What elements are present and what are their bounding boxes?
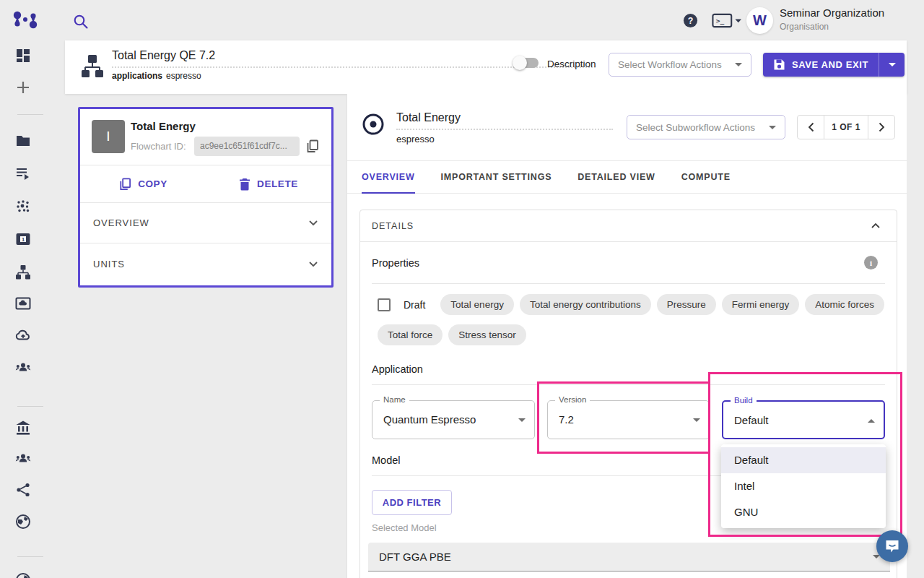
institution-bank-icon[interactable] bbox=[15, 420, 31, 436]
trash-icon bbox=[239, 178, 250, 191]
save-icon bbox=[773, 59, 785, 71]
pager-next-button[interactable] bbox=[868, 116, 894, 139]
unit-card-header: I Total Energy Flowchart ID: ac9ee1c651f… bbox=[80, 109, 331, 165]
properties-row: Properties i bbox=[360, 242, 897, 283]
folder-icon[interactable] bbox=[15, 133, 31, 149]
chevron-down-icon bbox=[693, 418, 700, 422]
tab-important-settings[interactable]: IMPORTANT SETTINGS bbox=[441, 161, 552, 193]
tab-label: IMPORTANT SETTINGS bbox=[441, 172, 552, 182]
version-field-value: 7.2 bbox=[559, 413, 574, 426]
tab-compute[interactable]: COMPUTE bbox=[681, 161, 731, 193]
tab-label: COMPUTE bbox=[681, 172, 731, 182]
cloud-upload-icon[interactable] bbox=[15, 327, 31, 343]
chevron-up-icon bbox=[868, 419, 875, 423]
workflow-title: Total Energy QE 7.2 bbox=[112, 49, 215, 62]
workflow-actions-select[interactable]: Select Workflow Actions bbox=[609, 53, 751, 77]
subworkflow-target-icon bbox=[362, 113, 385, 136]
property-chip[interactable]: Total force bbox=[378, 324, 443, 345]
sidebar: 1 bbox=[0, 40, 65, 578]
property-chip[interactable]: Total energy bbox=[440, 294, 514, 315]
workflow-flowchart-icon bbox=[81, 53, 104, 79]
accordion-overview[interactable]: OVERVIEW bbox=[80, 203, 331, 243]
unit-card: I Total Energy Flowchart ID: ac9ee1c651f… bbox=[78, 107, 334, 288]
properties-label: Properties bbox=[372, 257, 419, 269]
pager-prev-button[interactable] bbox=[798, 116, 824, 139]
svg-text:?: ? bbox=[688, 16, 694, 26]
property-chip[interactable]: Total energy contributions bbox=[520, 294, 651, 315]
chat-bubble-icon bbox=[884, 538, 900, 554]
flowchart-id-label: Flowchart ID: bbox=[131, 141, 186, 152]
materials-dots-icon[interactable] bbox=[15, 199, 31, 215]
web-globe-icon[interactable] bbox=[15, 514, 31, 530]
subworkflow-engine: espresso bbox=[396, 134, 435, 144]
accordion-overview-label: OVERVIEW bbox=[93, 217, 149, 228]
save-and-exit-button[interactable]: SAVE AND EXIT bbox=[763, 53, 879, 77]
info-icon[interactable]: i bbox=[864, 256, 878, 269]
team-group-icon[interactable] bbox=[15, 359, 31, 375]
description-label: Description bbox=[547, 59, 596, 69]
application-name-select[interactable]: Name Quantum Espresso bbox=[372, 400, 535, 439]
property-chip[interactable]: Atomic forces bbox=[805, 294, 884, 315]
build-option-intel[interactable]: Intel bbox=[721, 473, 886, 499]
divider bbox=[372, 384, 885, 385]
chevron-right-icon bbox=[879, 122, 885, 132]
add-filter-button[interactable]: ADD FILTER bbox=[372, 490, 452, 515]
workflows-flowchart-icon[interactable] bbox=[15, 264, 31, 280]
terminal-menu-icon[interactable]: >_ bbox=[712, 13, 742, 28]
accordion-units-label: UNITS bbox=[93, 259, 125, 269]
media-screen-icon[interactable] bbox=[15, 296, 31, 311]
chevron-down-icon bbox=[735, 63, 742, 66]
chat-button[interactable] bbox=[876, 530, 908, 562]
application-build-select[interactable]: Build Default bbox=[722, 400, 885, 439]
account-type: Organisation bbox=[780, 22, 884, 32]
app-logo-icon[interactable] bbox=[12, 9, 39, 31]
tab-bar: OVERVIEW IMPORTANT SETTINGS DETAILED VIE… bbox=[347, 160, 907, 194]
property-chip[interactable]: Pressure bbox=[657, 294, 716, 315]
chevron-down-icon bbox=[518, 418, 526, 422]
share-icon[interactable] bbox=[15, 482, 31, 498]
avatar[interactable]: W bbox=[746, 7, 773, 34]
chevron-down-icon bbox=[308, 261, 318, 267]
property-chip[interactable]: Fermi energy bbox=[722, 294, 800, 315]
flowchart-id-value: ac9ee1c651f61cdf7c... bbox=[194, 137, 300, 156]
globe-partial-icon[interactable] bbox=[15, 572, 31, 578]
dashboard-icon[interactable] bbox=[15, 48, 31, 64]
subworkflow-actions-value: Select Subworkflow Actions bbox=[636, 122, 755, 133]
org-group-icon[interactable] bbox=[15, 450, 31, 466]
draft-label: Draft bbox=[404, 299, 425, 311]
help-icon[interactable]: ? bbox=[683, 13, 698, 28]
jobs-list-icon[interactable] bbox=[15, 165, 31, 181]
unit-letter: I bbox=[106, 129, 110, 144]
unit-one-icon[interactable]: 1 bbox=[15, 231, 31, 247]
unit-title: Total Energy bbox=[131, 120, 196, 132]
description-toggle[interactable] bbox=[514, 58, 539, 68]
copy-id-icon[interactable] bbox=[305, 139, 319, 153]
tab-label: DETAILED VIEW bbox=[578, 172, 655, 182]
subworkflow-actions-select[interactable]: Select Subworkflow Actions bbox=[627, 115, 785, 139]
details-title: DETAILS bbox=[372, 221, 414, 231]
build-option-gnu[interactable]: GNU bbox=[721, 499, 886, 525]
property-chip[interactable]: Stress tensor bbox=[448, 324, 526, 345]
accordion-units[interactable]: UNITS bbox=[80, 243, 331, 284]
account-info[interactable]: Seminar Organization Organisation bbox=[780, 7, 884, 32]
add-icon[interactable] bbox=[15, 79, 31, 95]
application-section-label: Application bbox=[372, 363, 423, 375]
tab-detailed-view[interactable]: DETAILED VIEW bbox=[578, 161, 655, 193]
name-field-label: Name bbox=[380, 395, 409, 404]
avatar-initial: W bbox=[753, 12, 767, 29]
tab-overview[interactable]: OVERVIEW bbox=[362, 161, 415, 193]
application-version-select[interactable]: Version 7.2 bbox=[547, 400, 710, 439]
workflow-subtitle: applicationsespresso bbox=[112, 71, 201, 81]
selected-model-select[interactable]: DFT GGA PBE bbox=[368, 543, 890, 571]
workflow-actions-value: Select Workflow Actions bbox=[618, 59, 722, 70]
search-icon[interactable] bbox=[72, 13, 90, 30]
copy-label: COPY bbox=[138, 178, 167, 189]
copy-button[interactable]: COPY bbox=[80, 165, 206, 202]
svg-text:1: 1 bbox=[22, 236, 25, 243]
delete-button[interactable]: DELETE bbox=[206, 165, 331, 202]
build-option-default[interactable]: Default bbox=[721, 447, 886, 473]
details-header[interactable]: DETAILS bbox=[360, 210, 897, 242]
save-split-button: SAVE AND EXIT bbox=[763, 53, 905, 77]
draft-checkbox[interactable] bbox=[378, 298, 391, 311]
save-more-button[interactable] bbox=[879, 53, 905, 77]
